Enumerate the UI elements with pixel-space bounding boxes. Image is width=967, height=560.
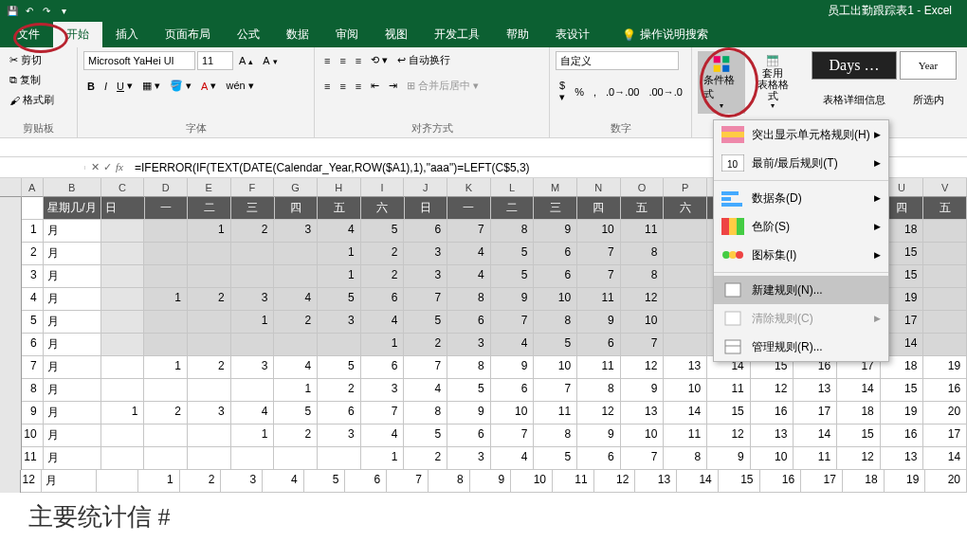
qat-dropdown-icon[interactable]: ▾ (57, 4, 70, 17)
font-name-select[interactable] (83, 51, 195, 70)
conditional-format-button[interactable]: 条件格式▾ (698, 51, 745, 114)
col-header-V[interactable]: V (923, 178, 967, 197)
clipboard-group-label: 剪贴板 (6, 119, 71, 135)
align-right-button[interactable]: ≡ (352, 79, 365, 94)
col-header-J[interactable]: J (404, 178, 447, 197)
name-box[interactable] (0, 166, 85, 170)
tab-home[interactable]: 开始 (53, 22, 102, 47)
menu-colorscale-label: 色阶(S) (752, 219, 790, 235)
menu-data-bars[interactable]: 数据条(D)▶ (714, 184, 888, 212)
increase-indent-button[interactable]: ⇥ (385, 78, 401, 94)
col-header-H[interactable]: H (318, 178, 361, 197)
col-header-P[interactable]: P (664, 178, 707, 197)
fx-icon[interactable]: fx (116, 161, 123, 173)
align-top-button[interactable]: ≡ (320, 53, 334, 68)
bulb-icon: 💡 (622, 28, 636, 42)
col-header-A[interactable]: A (22, 178, 44, 197)
tab-design[interactable]: 表设计 (542, 22, 603, 47)
phonetic-button[interactable]: wén ▾ (222, 78, 257, 94)
group-number: $ ▾ % , .0→.00 .00→.0 数字 (550, 47, 692, 137)
wrap-text-button[interactable]: ↩自动换行 (393, 51, 454, 69)
col-header-M[interactable]: M (534, 178, 577, 197)
tab-data[interactable]: 数据 (273, 22, 322, 47)
border-button[interactable]: ▦ ▾ (138, 78, 164, 94)
copy-button[interactable]: ⧉复制 (6, 71, 58, 89)
bottom-heading: 主要统计信 # (0, 493, 967, 541)
menu-clear-rules[interactable]: 清除规则(C)▶ (714, 304, 888, 333)
col-header-F[interactable]: F (231, 178, 275, 197)
tab-formulas[interactable]: 公式 (224, 22, 273, 47)
menu-highlight-label: 突出显示单元格规则(H) (752, 127, 870, 143)
style-year[interactable]: Year (900, 51, 957, 80)
merge-center-button[interactable]: ⊞合并后居中 ▾ (403, 77, 483, 95)
menu-icon-sets[interactable]: 图标集(I)▶ (714, 241, 888, 269)
decrease-indent-button[interactable]: ⇤ (367, 78, 383, 94)
menu-top-rules[interactable]: 10 最前/最后规则(T)▶ (714, 149, 888, 177)
tab-layout[interactable]: 页面布局 (152, 22, 224, 47)
scissors-icon: ✂ (9, 54, 18, 66)
style-detail[interactable]: 表格详细信息 (812, 85, 897, 114)
col-header-E[interactable]: E (188, 178, 231, 197)
tab-view[interactable]: 视图 (372, 22, 421, 47)
tab-review[interactable]: 审阅 (322, 22, 372, 47)
tell-me-label: 操作说明搜索 (640, 27, 708, 43)
cancel-formula-icon[interactable]: ✕ (91, 161, 100, 173)
tab-insert[interactable]: 插入 (102, 22, 152, 47)
currency-button[interactable]: $ ▾ (556, 78, 569, 105)
italic-button[interactable]: I (100, 79, 111, 94)
redo-icon[interactable]: ↷ (40, 4, 53, 17)
increase-font-button[interactable]: A▴ (235, 53, 257, 68)
underline-button[interactable]: U ▾ (113, 78, 137, 94)
menu-highlight-rules[interactable]: 突出显示单元格规则(H)▶ (714, 120, 888, 149)
menu-new-rule[interactable]: 新建规则(N)... (714, 276, 888, 304)
format-painter-button[interactable]: 🖌格式刷 (6, 91, 58, 109)
align-center-button[interactable]: ≡ (336, 79, 349, 94)
style-days[interactable]: Days … (812, 51, 897, 80)
col-header-O[interactable]: O (621, 178, 665, 197)
col-header-G[interactable]: G (274, 178, 318, 197)
menu-color-scales[interactable]: 色阶(S)▶ (714, 212, 888, 241)
col-header-B[interactable]: B (44, 178, 101, 197)
svg-rect-14 (721, 197, 731, 201)
number-format-select[interactable] (556, 51, 679, 70)
col-header-C[interactable]: C (101, 178, 145, 197)
bold-button[interactable]: B (83, 79, 99, 94)
col-header-I[interactable]: I (361, 178, 405, 197)
svg-rect-1 (722, 56, 729, 63)
svg-rect-13 (721, 191, 739, 195)
wrap-label: 自动换行 (409, 53, 450, 67)
increase-decimal-button[interactable]: .0→.00 (602, 84, 643, 99)
menu-toprules-label: 最前/最后规则(T) (752, 155, 838, 172)
comma-button[interactable]: , (590, 84, 600, 99)
col-header-N[interactable]: N (577, 178, 621, 197)
save-icon[interactable]: 💾 (6, 4, 19, 17)
align-left-button[interactable]: ≡ (320, 79, 334, 94)
tab-help[interactable]: 帮助 (493, 22, 542, 47)
decrease-font-button[interactable]: A▾ (259, 53, 281, 68)
menu-manage-rules[interactable]: 管理规则(R)... (714, 333, 888, 361)
format-as-table-button[interactable]: 套用 表格格式▾ (749, 51, 796, 114)
tab-dev[interactable]: 开发工具 (421, 22, 493, 47)
font-color-button[interactable]: A ▾ (197, 78, 220, 94)
col-header-D[interactable]: D (144, 178, 188, 197)
menu-newrule-label: 新建规则(N)... (752, 282, 823, 298)
group-alignment: ≡ ≡ ≡ ⟲ ▾ ↩自动换行 ≡ ≡ ≡ ⇤ ⇥ ⊞合并后居中 ▾ 对齐方式 (315, 47, 550, 137)
col-header-L[interactable]: L (491, 178, 535, 197)
table-format-label: 套用 表格格式 (755, 67, 791, 101)
font-size-select[interactable] (197, 51, 233, 70)
orientation-button[interactable]: ⟲ ▾ (367, 52, 392, 68)
align-middle-button[interactable]: ≡ (336, 53, 349, 68)
fill-color-button[interactable]: 🪣 ▾ (166, 78, 195, 94)
enter-formula-icon[interactable]: ✓ (103, 161, 112, 173)
undo-icon[interactable]: ↶ (23, 4, 36, 17)
col-header-K[interactable]: K (447, 178, 491, 197)
tell-me-search[interactable]: 💡 操作说明搜索 (612, 22, 718, 47)
tab-file[interactable]: 文件 (4, 22, 53, 47)
cut-button[interactable]: ✂剪切 (6, 51, 58, 69)
cond-format-label: 条件格式 (703, 73, 739, 101)
align-bottom-button[interactable]: ≡ (352, 53, 365, 68)
style-selected[interactable]: 所选内 (900, 85, 957, 114)
decrease-decimal-button[interactable]: .00→.0 (645, 84, 685, 99)
group-clipboard: ✂剪切 ⧉复制 🖌格式刷 剪贴板 (0, 47, 78, 137)
percent-button[interactable]: % (571, 84, 588, 99)
